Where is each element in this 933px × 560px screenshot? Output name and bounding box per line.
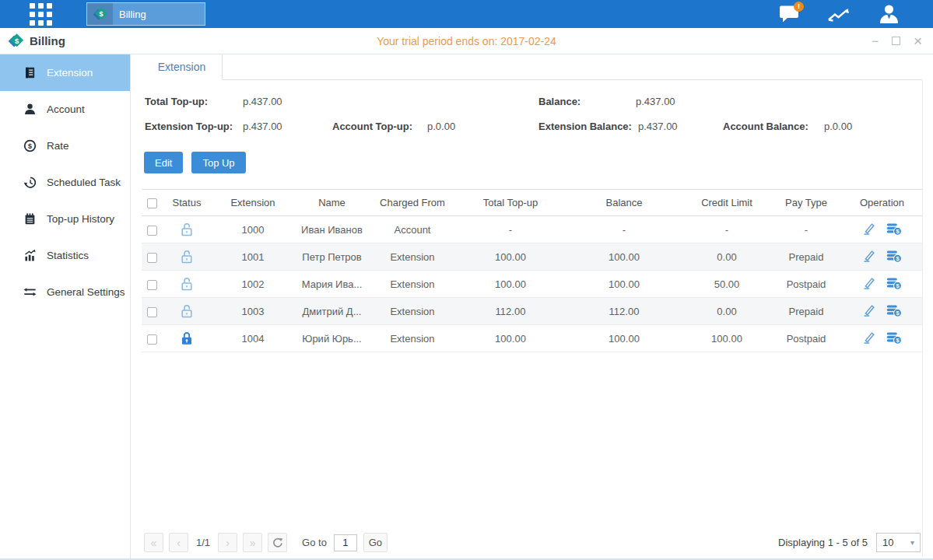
cell-total-topup: 100.00 [456, 325, 565, 352]
billing-diamond-icon: $ [8, 33, 24, 49]
topup-row-icon[interactable] [886, 331, 902, 347]
row-checkbox[interactable] [147, 253, 157, 263]
cell-name: Петр Петров [295, 243, 369, 271]
chevron-down-icon: ▾ [910, 538, 914, 547]
cell-credit-limit: - [683, 216, 770, 243]
cell-charged-from: Account [369, 216, 456, 243]
topup-row-icon[interactable] [886, 303, 902, 320]
cell-credit-limit: 0.00 [683, 298, 770, 325]
sidebar-item-general-settings[interactable]: General Settings [0, 274, 130, 310]
line-chart-icon [827, 5, 851, 23]
go-button[interactable]: Go [363, 533, 388, 552]
edit-row-icon[interactable] [862, 222, 875, 237]
cell-charged-from: Extension [369, 325, 456, 352]
topup-row-icon[interactable] [886, 222, 902, 238]
table-header-row: Status Extension Name Charged From Total… [142, 190, 922, 216]
edit-row-icon[interactable] [862, 276, 875, 292]
row-checkbox[interactable] [147, 280, 157, 290]
first-page-button[interactable]: « [144, 533, 163, 552]
extension-balance-label: Extension Balance: [538, 121, 632, 132]
cell-pay-type: Postpaid [770, 271, 842, 298]
lock-status-icon[interactable] [181, 331, 193, 345]
account-menu-button[interactable] [877, 4, 900, 24]
topup-row-icon[interactable] [886, 276, 902, 292]
cell-name: Дмитрий Д... [295, 298, 369, 325]
history-clock-icon [23, 176, 37, 189]
cell-extension: 1004 [211, 325, 295, 352]
last-page-button[interactable]: » [243, 533, 262, 552]
main-content: Extension Total Top-up: p.437.00 Balance… [131, 54, 933, 560]
row-checkbox[interactable] [147, 226, 157, 236]
account-balance-label: Account Balance: [723, 121, 808, 132]
sidebar-item-statistics[interactable]: Statistics [0, 237, 130, 274]
row-checkbox[interactable] [147, 334, 157, 345]
taskbar-tab-label: Billing [119, 9, 146, 20]
topbar: $ Billing ! [0, 0, 933, 28]
cell-extension: 1001 [211, 243, 295, 271]
cell-credit-limit: 50.00 [683, 271, 770, 298]
sidebar-item-rate[interactable]: $ Rate [0, 128, 130, 164]
topup-row-icon[interactable] [886, 249, 902, 265]
balance-value: p.437.00 [636, 96, 675, 107]
total-topup-value: p.437.00 [243, 96, 282, 107]
cell-total-topup: 100.00 [456, 271, 565, 298]
edit-row-icon[interactable] [862, 331, 875, 346]
prev-page-button[interactable]: ‹ [169, 533, 188, 552]
cell-extension: 1003 [211, 298, 295, 325]
sidebar-item-label: General Settings [47, 286, 125, 298]
app-launcher-icon[interactable] [30, 3, 52, 26]
col-operation: Operation [842, 190, 922, 216]
displaying-info: Displaying 1 - 5 of 5 [778, 537, 868, 548]
col-balance: Balance [565, 190, 683, 216]
edit-row-icon[interactable] [862, 249, 875, 264]
trial-notice: Your trial period ends on: 2017-02-24 [0, 35, 933, 47]
sidebar-item-topup-history[interactable]: Top-up History [0, 201, 130, 237]
minimize-button[interactable]: − [872, 35, 879, 47]
goto-page-input[interactable] [334, 534, 357, 551]
next-page-button[interactable]: › [218, 533, 237, 552]
lock-status-icon[interactable] [181, 222, 193, 236]
statistics-icon [23, 249, 37, 262]
cell-extension: 1002 [211, 271, 295, 298]
monitor-button[interactable] [827, 4, 851, 24]
col-name: Name [295, 190, 369, 216]
cell-balance: - [565, 216, 683, 243]
select-all-checkbox[interactable] [147, 198, 157, 208]
cell-pay-type: Prepaid [770, 298, 842, 325]
cell-name: Мария Ива... [295, 271, 369, 298]
notifications-button[interactable]: ! [777, 4, 801, 24]
lock-status-icon[interactable] [181, 250, 193, 264]
tab-extension[interactable]: Extension [142, 54, 223, 80]
cell-name: Юрий Юрь... [295, 325, 369, 352]
extension-topup-value: p.437.00 [243, 121, 282, 132]
page-size-select[interactable]: 10 ▾ [876, 533, 921, 552]
lock-status-icon[interactable] [181, 277, 193, 291]
close-button[interactable]: × [914, 33, 922, 48]
edit-row-icon[interactable] [862, 303, 875, 319]
table-row: 1003 Дмитрий Д... Extension 112.00 112.0… [142, 298, 922, 325]
cell-balance: 100.00 [565, 325, 683, 352]
sidebar-item-account[interactable]: Account [0, 91, 130, 128]
edit-button[interactable]: Edit [144, 152, 183, 173]
col-charged-from: Charged From [369, 190, 456, 216]
extension-balance-value: p.437.00 [638, 121, 678, 132]
cell-pay-type: Prepaid [770, 243, 842, 271]
table-row: 1004 Юрий Юрь... Extension 100.00 100.00… [142, 325, 922, 352]
billing-summary: Total Top-up: p.437.00 Balance: p.437.00… [142, 91, 922, 139]
cell-total-topup: 112.00 [456, 298, 565, 325]
cell-total-topup: 100.00 [456, 243, 565, 271]
sidebar-item-extension[interactable]: Extension [0, 54, 130, 91]
cell-total-topup: - [456, 216, 565, 243]
action-buttons: Edit Top Up [142, 152, 922, 173]
maximize-button[interactable] [892, 37, 900, 45]
extensions-table: Status Extension Name Charged From Total… [142, 189, 922, 352]
row-checkbox[interactable] [147, 307, 157, 317]
sidebar-item-scheduled-task[interactable]: Scheduled Task [0, 164, 130, 201]
refresh-button[interactable] [268, 533, 287, 552]
taskbar-billing-tab[interactable]: $ Billing [86, 2, 205, 26]
page-indicator: 1/1 [196, 537, 210, 548]
cell-credit-limit: 100.00 [683, 325, 770, 352]
lock-status-icon[interactable] [181, 304, 193, 318]
sidebar-item-label: Extension [47, 67, 93, 79]
topup-button[interactable]: Top Up [191, 152, 245, 173]
